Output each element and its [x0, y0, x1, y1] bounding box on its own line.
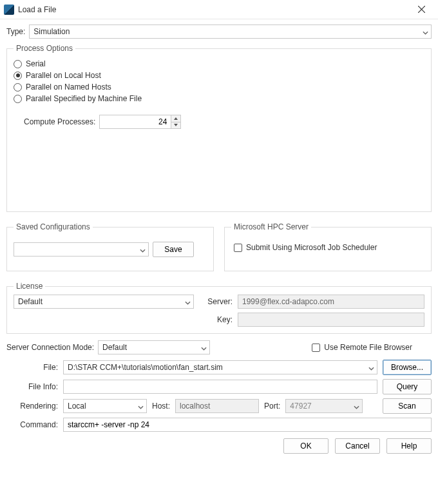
window-title: Load a File	[18, 5, 56, 14]
saved-configs-legend: Saved Configurations	[14, 222, 93, 231]
host-label: Host:	[152, 402, 170, 411]
license-server-label: Server:	[199, 297, 233, 306]
file-info-label: File Info:	[6, 382, 58, 391]
stepper-up[interactable]	[171, 115, 180, 122]
radio-parallel-named-label: Parallel on Named Hosts	[26, 82, 111, 92]
close-button[interactable]	[410, 1, 433, 18]
cancel-button[interactable]: Cancel	[335, 438, 380, 454]
file-combobox[interactable]: D:\STAR CCM+\tutorials\motion\fan_start.…	[63, 360, 377, 374]
chevron-down-icon	[140, 247, 146, 253]
type-label: Type:	[6, 27, 25, 36]
host-field	[175, 399, 259, 413]
chevron-down-icon	[423, 29, 428, 35]
radio-parallel-local-label: Parallel on Local Host	[26, 71, 101, 80]
license-key-label: Key:	[199, 315, 233, 324]
process-options-legend: Process Options	[14, 44, 75, 53]
radio-parallel-named[interactable]: Parallel on Named Hosts	[14, 82, 424, 92]
radio-parallel-machine-file[interactable]: Parallel Specified by Machine File	[14, 94, 424, 103]
compute-processes-input[interactable]	[100, 115, 171, 128]
rendering-select[interactable]: Local	[63, 399, 147, 413]
save-button[interactable]: Save	[153, 242, 194, 257]
svg-marker-2	[174, 117, 178, 120]
compute-processes-stepper[interactable]	[99, 115, 181, 129]
radio-icon	[14, 95, 22, 103]
file-value: D:\STAR CCM+\tutorials\motion\fan_start.…	[68, 363, 223, 372]
app-icon	[4, 5, 14, 15]
radio-icon	[14, 60, 22, 68]
hpc-submit-label: Submit Using Microsoft Job Scheduler	[246, 243, 377, 252]
scm-select[interactable]: Default	[98, 340, 210, 354]
port-label: Port:	[264, 402, 280, 411]
chevron-down-icon	[368, 365, 374, 371]
rendering-select-value: Local	[68, 402, 86, 411]
chevron-down-icon	[201, 345, 207, 351]
hpc-legend: Microsoft HPC Server	[231, 222, 311, 231]
command-label: Command:	[6, 420, 58, 429]
svg-marker-3	[174, 124, 178, 126]
file-info-field[interactable]	[63, 380, 377, 394]
file-label: File:	[6, 363, 58, 372]
hpc-submit-checkbox[interactable]: Submit Using Microsoft Job Scheduler	[234, 243, 422, 252]
license-server-field	[238, 295, 424, 309]
remote-file-browser-label: Use Remote File Browser	[324, 343, 412, 352]
saved-configs-select[interactable]	[14, 242, 149, 257]
saved-configs-group: Saved Configurations Save	[6, 222, 214, 271]
hpc-group: Microsoft HPC Server Submit Using Micros…	[224, 222, 432, 271]
radio-parallel-machine-file-label: Parallel Specified by Machine File	[26, 94, 142, 103]
help-button[interactable]: Help	[386, 438, 432, 454]
chevron-down-icon	[354, 403, 359, 409]
titlebar: Load a File	[0, 0, 438, 19]
process-options-group: Process Options Serial Parallel on Local…	[6, 44, 432, 212]
license-legend: License	[14, 282, 45, 291]
chevron-down-icon	[138, 403, 144, 409]
radio-serial[interactable]: Serial	[14, 59, 424, 68]
license-select-value: Default	[18, 297, 43, 306]
query-button[interactable]: Query	[383, 379, 432, 394]
type-select-value: Simulation	[33, 27, 70, 36]
scan-button[interactable]: Scan	[383, 398, 432, 414]
browse-button[interactable]: Browse...	[383, 360, 432, 375]
scm-label: Server Connection Mode:	[6, 343, 94, 352]
checkbox-icon	[312, 344, 320, 352]
chevron-down-icon	[185, 299, 191, 305]
radio-parallel-local[interactable]: Parallel on Local Host	[14, 71, 424, 80]
compute-processes-label: Compute Processes:	[24, 117, 95, 126]
license-select[interactable]: Default	[14, 295, 194, 309]
rendering-label: Rendering:	[6, 402, 58, 411]
remote-file-browser-checkbox[interactable]: Use Remote File Browser	[312, 343, 412, 352]
radio-icon	[14, 72, 22, 80]
radio-serial-label: Serial	[26, 59, 46, 68]
ok-button[interactable]: OK	[283, 438, 328, 454]
radio-icon	[14, 83, 22, 92]
type-select[interactable]: Simulation	[29, 24, 432, 39]
stepper-down[interactable]	[171, 122, 180, 129]
license-group: License Default Server: Key:	[6, 282, 432, 334]
port-value: 47927	[290, 402, 311, 411]
checkbox-icon	[234, 244, 242, 252]
license-key-field	[238, 313, 424, 327]
port-select: 47927	[285, 399, 363, 413]
scm-select-value: Default	[102, 343, 127, 352]
command-field[interactable]	[63, 418, 432, 432]
